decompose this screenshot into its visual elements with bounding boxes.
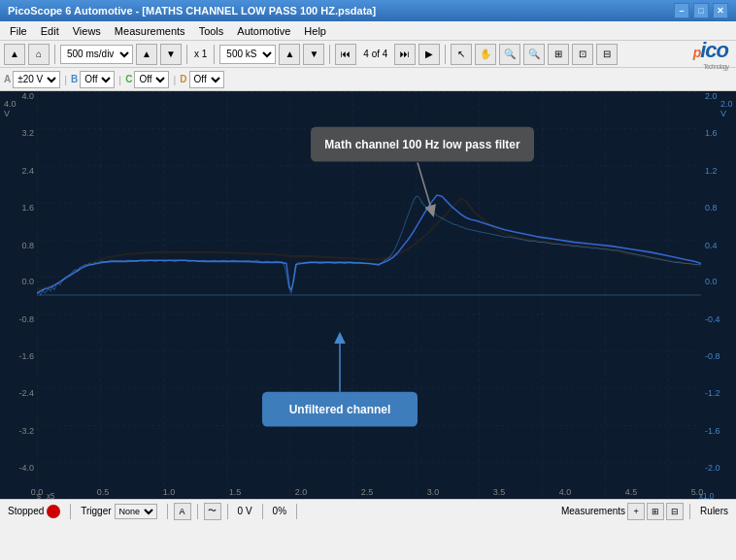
multiplier-label: x 1 — [192, 49, 209, 59]
channel-b-label: B — [71, 74, 78, 84]
svg-text:Unfiltered channel: Unfiltered channel — [289, 403, 391, 416]
measurements-btn2[interactable]: ⊞ — [647, 503, 664, 520]
svg-text:0.5: 0.5 — [97, 487, 110, 497]
svg-text:2.0: 2.0 — [705, 91, 718, 101]
svg-text:-4.0: -4.0 — [19, 462, 34, 472]
svg-text:V: V — [4, 109, 11, 118]
stopped-label: Stopped — [8, 506, 44, 516]
svg-text:Math channel 100 Hz low pass f: Math channel 100 Hz low pass filter — [324, 138, 519, 151]
toolbar: ▲ ⌂ 500 ms/div ▲ ▼ x 1 500 kS ▲ ▼ ⏮ 4 of… — [0, 41, 736, 68]
stopped-indicator — [47, 505, 60, 518]
menu-views[interactable]: Views — [67, 23, 107, 39]
status-divider5 — [262, 504, 263, 519]
timebase-up[interactable]: ▲ — [136, 44, 157, 65]
svg-text:1.5: 1.5 — [229, 487, 242, 497]
channel-c: C Off — [125, 71, 169, 88]
status-bar: Stopped Trigger None A 〜 0 V 0% Measurem… — [0, 499, 736, 522]
trigger-label: Trigger — [81, 506, 111, 516]
svg-text:1.2: 1.2 — [705, 166, 718, 176]
svg-text:-0.8: -0.8 — [705, 351, 719, 361]
svg-text:2.5: 2.5 — [361, 487, 374, 497]
zoom-out[interactable]: 🔍 — [523, 44, 545, 65]
status-divider4 — [227, 504, 228, 519]
svg-text:0.4: 0.4 — [705, 241, 718, 250]
measurements-btn1[interactable]: + — [627, 503, 645, 520]
menu-file[interactable]: File — [4, 23, 33, 39]
close-button[interactable]: ✕ — [713, 3, 728, 18]
nav-play[interactable]: ▶ — [418, 44, 440, 65]
svg-text:-1.6: -1.6 — [19, 351, 34, 361]
svg-text:1.0: 1.0 — [163, 487, 176, 497]
timebase-down[interactable]: ▼ — [160, 44, 182, 65]
nav-start[interactable]: ⏮ — [335, 44, 356, 65]
scope-plot: 4.0 3.2 2.4 1.6 0.8 0.0 -0.8 -1.6 -2.4 -… — [0, 91, 736, 499]
status-divider6 — [296, 504, 297, 519]
nav-end[interactable]: ⏭ — [394, 44, 416, 65]
menu-help[interactable]: Help — [298, 23, 332, 39]
pan-tool[interactable]: ✋ — [475, 44, 496, 65]
status-divider1 — [70, 504, 71, 519]
position-label: 4 of 4 — [359, 49, 391, 59]
maximize-button[interactable]: □ — [693, 3, 709, 18]
cursor-tool[interactable]: ↖ — [451, 44, 472, 65]
measurements-btn3[interactable]: ⊟ — [666, 503, 684, 520]
window-title: PicoScope 6 Automotive - [MATHS CHANNEL … — [8, 5, 376, 16]
divider3 — [214, 45, 215, 64]
measurements-label: Measurements — [561, 506, 625, 516]
menu-edit[interactable]: Edit — [35, 23, 65, 39]
channel-bar: A ±20 V | B Off | C Off | D Off — [0, 68, 736, 91]
timebase-select[interactable]: 500 ms/div — [60, 45, 133, 64]
scope-container: 4.0 3.2 2.4 1.6 0.8 0.0 -0.8 -1.6 -2.4 -… — [0, 91, 736, 499]
channel-d: D Off — [180, 71, 223, 88]
samples-down[interactable]: ▼ — [303, 44, 324, 65]
channel-a-label: A — [4, 74, 11, 84]
svg-text:1.6: 1.6 — [21, 203, 34, 213]
menu-measurements[interactable]: Measurements — [109, 23, 191, 39]
svg-text:4.0: 4.0 — [4, 99, 17, 109]
channel-c-range[interactable]: Off — [134, 71, 169, 88]
channel-a: A ±20 V — [4, 71, 60, 88]
samples-up[interactable]: ▲ — [279, 44, 300, 65]
svg-text:-1.2: -1.2 — [705, 388, 719, 398]
zoom-auto[interactable]: ⊡ — [572, 44, 593, 65]
svg-text:3.2: 3.2 — [21, 128, 34, 138]
svg-text:1.6: 1.6 — [705, 128, 718, 138]
menu-automotive[interactable]: Automotive — [231, 23, 296, 39]
channel-indicator[interactable]: A — [174, 503, 191, 520]
channel-b: B Off — [71, 71, 115, 88]
percent-value: 0% — [269, 506, 290, 516]
svg-text:-1.6: -1.6 — [705, 426, 719, 436]
channel-b-range[interactable]: Off — [80, 71, 115, 88]
trigger-select[interactable]: None — [115, 504, 157, 519]
channel-d-range[interactable]: Off — [189, 71, 224, 88]
svg-text:0.8: 0.8 — [21, 241, 34, 250]
menu-tools[interactable]: Tools — [193, 23, 230, 39]
divider5 — [445, 45, 446, 64]
waveform-btn[interactable]: 〜 — [204, 503, 221, 520]
scope-svg: 4.0 3.2 2.4 1.6 0.8 0.0 -0.8 -1.6 -2.4 -… — [0, 91, 736, 499]
samples-select[interactable]: 500 kS — [219, 45, 276, 64]
svg-text:0.8: 0.8 — [705, 203, 718, 213]
minimize-button[interactable]: – — [674, 3, 689, 18]
window-controls: – □ ✕ — [674, 3, 728, 18]
channel-d-label: D — [180, 74, 186, 84]
measurements-area: Measurements + ⊞ ⊟ — [561, 503, 684, 520]
voltage-value: 0 V — [234, 506, 256, 516]
svg-text:V: V — [720, 109, 727, 118]
divider4 — [329, 45, 330, 64]
zoom-fit[interactable]: ⊞ — [548, 44, 569, 65]
zoom-in[interactable]: 🔍 — [499, 44, 520, 65]
trigger-status: Trigger None — [77, 503, 160, 520]
svg-text:0.0: 0.0 — [21, 277, 34, 286]
toolbar-icon1[interactable]: ▲ — [4, 44, 25, 65]
extra-tool[interactable]: ⊟ — [596, 44, 618, 65]
svg-text:2.0: 2.0 — [295, 487, 308, 497]
svg-text:s: s — [37, 492, 41, 499]
divider2 — [186, 45, 187, 64]
toolbar-home[interactable]: ⌂ — [28, 44, 50, 65]
menu-bar: File Edit Views Measurements Tools Autom… — [0, 21, 736, 41]
stopped-status: Stopped — [4, 504, 64, 519]
channel-a-range[interactable]: ±20 V — [13, 71, 60, 88]
title-bar: PicoScope 6 Automotive - [MATHS CHANNEL … — [0, 0, 736, 21]
svg-text:2.0: 2.0 — [720, 99, 733, 109]
